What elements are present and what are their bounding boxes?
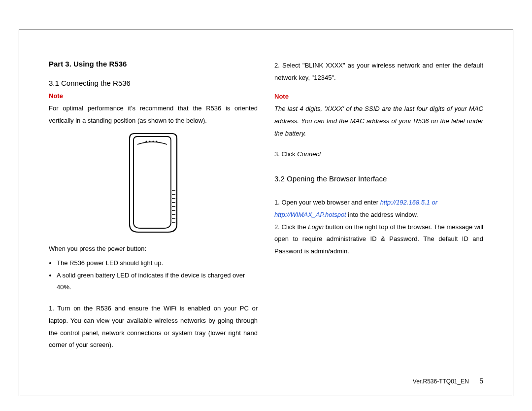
page-container: Part 3. Using the R536 3.1 Connecting th… bbox=[0, 0, 532, 411]
page-footer: Ver.R536-TTQ01_EN 5 bbox=[413, 377, 483, 385]
left-column: Part 3. Using the R536 3.1 Connecting th… bbox=[49, 60, 258, 351]
page-frame: Part 3. Using the R536 3.1 Connecting th… bbox=[19, 30, 513, 396]
right-column: 2. Select "BLINK XXXX" as your wireless … bbox=[274, 60, 483, 351]
section-3-2-title: 3.2 Opening the Browser Interface bbox=[274, 174, 483, 183]
note-label-left: Note bbox=[49, 92, 258, 100]
version-label: Ver.R536-TTQ01_EN bbox=[413, 378, 469, 385]
url-link-1[interactable]: http://192.168.5.1 or bbox=[380, 199, 437, 206]
url-link-2[interactable]: http://WIMAX_AP.hotspot bbox=[274, 211, 346, 218]
power-bullet-list: The R536 power LED should light up. A so… bbox=[49, 257, 258, 294]
bullet-battery: A solid green battery LED of indicates i… bbox=[57, 270, 258, 294]
mac-address-note: The last 4 digits, 'XXXX' of the SSID ar… bbox=[274, 103, 483, 139]
login-italic: Login bbox=[308, 223, 324, 231]
svg-point-3 bbox=[156, 141, 157, 142]
svg-point-0 bbox=[145, 141, 147, 142]
open2-prefix: 2. Click the bbox=[274, 223, 308, 231]
step-2-text: 2. Select "BLINK XXXX" as your wireless … bbox=[274, 60, 483, 84]
step-1-text: 1. Turn on the R536 and ensure the WiFi … bbox=[49, 303, 258, 351]
note-label-right: Note bbox=[274, 93, 483, 100]
step-3-prefix: 3. Click bbox=[274, 150, 297, 158]
section-3-1-title: 3.1 Connecting the R536 bbox=[49, 79, 258, 87]
step-3-connect: Connect bbox=[297, 150, 321, 158]
open1-suffix: into the address window. bbox=[346, 211, 418, 218]
device-icon bbox=[119, 132, 188, 235]
open1-prefix: 1. Open your web browser and enter bbox=[274, 199, 380, 206]
part-title: Part 3. Using the R536 bbox=[49, 60, 258, 68]
orientation-note: For optimal performance it's recommend t… bbox=[49, 103, 258, 127]
page-number: 5 bbox=[479, 377, 483, 385]
bullet-led: The R536 power LED should light up. bbox=[57, 257, 258, 270]
svg-point-2 bbox=[152, 141, 154, 142]
power-button-intro: When you press the power button: bbox=[49, 243, 258, 255]
step-3-text: 3. Click Connect bbox=[274, 148, 483, 161]
open-browser-step2: 2. Click the Login button on the right t… bbox=[274, 221, 483, 258]
device-illustration bbox=[49, 132, 258, 237]
open-browser-step1: 1. Open your web browser and enter http:… bbox=[274, 197, 483, 221]
two-column-layout: Part 3. Using the R536 3.1 Connecting th… bbox=[49, 60, 483, 351]
svg-point-1 bbox=[149, 141, 150, 142]
